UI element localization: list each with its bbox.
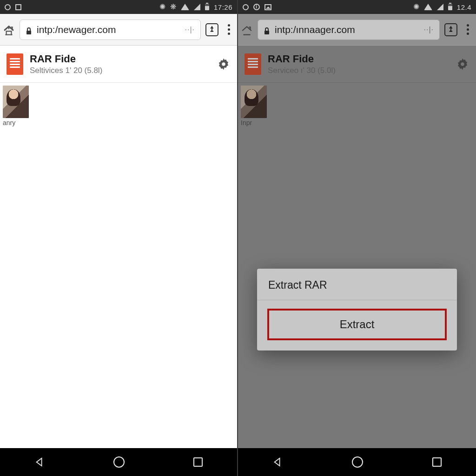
home-icon[interactable] — [241, 25, 253, 35]
status-bar: ✺ 12.4 — [238, 0, 476, 14]
overflow-menu-icon[interactable] — [223, 24, 234, 35]
thumbnail-item[interactable]: Inpr — [241, 86, 269, 126]
screenshot-right: ✺ 12.4 intp:/ınnaager.com ··|· ↥ — [238, 0, 476, 476]
file-title: RAR Fide — [30, 53, 210, 65]
gear-icon[interactable] — [456, 57, 469, 71]
file-header: RAR Fide Seltivices 1' 20 (5.8l) — [0, 46, 237, 83]
svg-rect-4 — [264, 31, 269, 34]
status-o-icon — [243, 4, 249, 10]
tabs-icon[interactable]: ↥ — [205, 23, 218, 36]
gear-icon[interactable] — [217, 57, 231, 71]
status-bar: ✺ ❋ 17:26 — [0, 0, 237, 14]
svg-rect-1 — [26, 31, 31, 34]
thumbnail-item[interactable]: anry — [3, 86, 31, 126]
back-button[interactable] — [272, 457, 283, 467]
overflow-menu-icon[interactable] — [462, 24, 473, 35]
battery-icon — [448, 4, 452, 10]
url-trailing-icon: ··|· — [424, 26, 434, 34]
thumbnail-label: anry — [3, 119, 31, 126]
battery-icon — [205, 4, 209, 10]
android-nav-bar — [238, 448, 476, 476]
thumbnail-image — [241, 86, 267, 118]
modal-overlay: Extract RAR Extract — [238, 83, 476, 448]
file-subtitle: Seltivices 1' 20 (5.8l) — [30, 66, 210, 75]
file-title: RAR Fide — [268, 53, 449, 65]
svg-point-2 — [222, 62, 225, 66]
lock-icon — [26, 26, 32, 33]
url-bar[interactable]: intp:/newager.com ··|· — [20, 20, 201, 40]
document-icon — [7, 53, 23, 75]
status-sun-icon: ✺ — [413, 3, 419, 11]
content-area[interactable]: anry — [0, 83, 237, 448]
lock-icon — [264, 26, 270, 33]
wifi-icon — [424, 4, 432, 10]
wifi-icon — [181, 4, 189, 10]
svg-point-5 — [461, 62, 464, 66]
thumbnail-image — [3, 86, 29, 118]
browser-toolbar: intp:/ınnaager.com ··|· ↥ — [238, 14, 476, 46]
signal-icon — [437, 4, 443, 10]
extract-dialog: Extract RAR Extract — [257, 269, 457, 350]
home-icon[interactable] — [3, 25, 15, 35]
status-image-icon — [264, 4, 271, 10]
home-button[interactable] — [352, 456, 363, 468]
url-text: intp:/newager.com — [37, 24, 180, 35]
recents-button[interactable] — [193, 457, 203, 467]
back-button[interactable] — [34, 457, 45, 467]
screenshot-left: ✺ ❋ 17:26 intp:/newager.com ··|· ↥ — [0, 0, 238, 476]
home-button[interactable] — [113, 456, 125, 468]
signal-icon — [194, 4, 200, 10]
file-subtitle: Serviceo ı' 30 (5.0l) — [268, 66, 449, 75]
status-info-icon — [253, 4, 260, 10]
extract-button[interactable]: Extract — [267, 309, 447, 340]
android-nav-bar — [0, 448, 237, 476]
status-clock: 12.4 — [457, 3, 471, 11]
dialog-title: Extract RAR — [257, 269, 457, 300]
status-sun-icon: ✺ — [159, 3, 165, 11]
url-text: intp:/ınnaager.com — [275, 24, 419, 35]
url-trailing-icon: ··|· — [185, 26, 195, 34]
status-clock: 17:26 — [214, 3, 232, 11]
file-header: RAR Fide Serviceo ı' 30 (5.0l) — [238, 46, 476, 83]
url-bar[interactable]: intp:/ınnaager.com ··|· — [258, 20, 440, 40]
status-circle-icon — [5, 4, 11, 10]
recents-button[interactable] — [432, 457, 442, 467]
status-snow-icon: ❋ — [170, 3, 176, 11]
browser-toolbar: intp:/newager.com ··|· ↥ — [0, 14, 237, 46]
tabs-icon[interactable]: ↥ — [444, 23, 457, 36]
status-square-icon — [15, 4, 21, 10]
thumbnail-label: Inpr — [241, 119, 269, 126]
content-area: Inpr Extract RAR Extract — [238, 83, 476, 448]
document-icon — [245, 53, 261, 75]
